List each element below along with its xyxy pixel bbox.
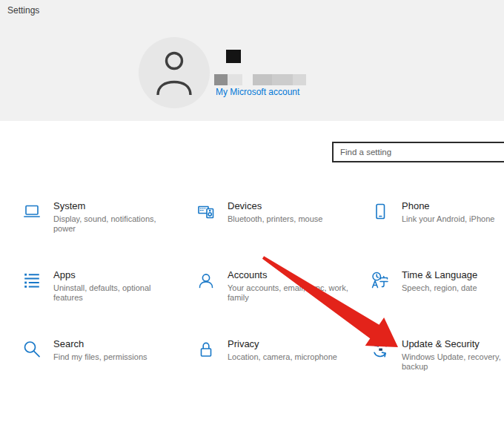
tile-subtitle: Link your Android, iPhone <box>402 214 504 224</box>
tile-title: Accounts <box>228 269 348 280</box>
tile-title: Update & Security <box>402 338 504 349</box>
devices-icon <box>196 202 216 221</box>
accounts-icon <box>196 271 216 290</box>
redacted-email-block <box>272 74 293 85</box>
tile-devices[interactable]: Devices Bluetooth, printers, mouse <box>196 200 371 269</box>
tile-subtitle: Bluetooth, printers, mouse <box>228 214 348 224</box>
apps-icon <box>22 271 42 290</box>
tile-title: Phone <box>402 200 504 211</box>
search-input[interactable] <box>332 142 504 162</box>
redacted-account-name <box>226 50 241 63</box>
page-title: Settings <box>7 5 39 16</box>
tile-subtitle: Windows Update, recovery, backup <box>402 352 504 372</box>
redacted-email-block <box>228 74 242 85</box>
tile-title: Time & Language <box>402 269 504 280</box>
tile-search[interactable]: Search Find my files, permissions <box>22 338 196 407</box>
tile-privacy[interactable]: Privacy Location, camera, microphone <box>196 338 371 407</box>
tile-subtitle: Display, sound, notifications, power <box>53 214 174 234</box>
settings-category-grid: System Display, sound, notifications, po… <box>22 200 504 407</box>
tile-title: System <box>53 200 174 211</box>
privacy-lock-icon <box>196 340 216 359</box>
redacted-email-block <box>214 74 228 85</box>
tile-title: Apps <box>53 269 174 280</box>
search-icon <box>22 340 42 359</box>
microsoft-account-link[interactable]: My Microsoft account <box>216 87 299 97</box>
tile-title: Devices <box>228 200 348 211</box>
tile-subtitle: Speech, region, date <box>402 283 504 293</box>
tile-subtitle: Find my files, permissions <box>53 352 174 362</box>
tile-update-security[interactable]: Update & Security Windows Update, recove… <box>371 338 504 407</box>
tile-subtitle: Uninstall, defaults, optional features <box>53 283 174 303</box>
tile-phone[interactable]: Phone Link your Android, iPhone <box>371 200 504 269</box>
user-avatar <box>139 37 210 108</box>
system-laptop-icon <box>22 202 42 221</box>
tile-title: Privacy <box>228 338 348 349</box>
redacted-email-block <box>293 74 306 85</box>
tile-subtitle: Your accounts, email, sync, work, family <box>228 283 348 303</box>
person-icon <box>153 50 195 95</box>
phone-icon <box>371 202 390 221</box>
time-language-icon <box>371 271 390 290</box>
tile-title: Search <box>53 338 174 349</box>
tile-system[interactable]: System Display, sound, notifications, po… <box>22 200 196 269</box>
tile-subtitle: Location, camera, microphone <box>228 352 348 362</box>
header-band <box>0 0 504 121</box>
redacted-email-block <box>253 74 272 85</box>
tile-accounts[interactable]: Accounts Your accounts, email, sync, wor… <box>196 269 371 338</box>
tile-apps[interactable]: Apps Uninstall, defaults, optional featu… <box>22 269 196 338</box>
tile-time-language[interactable]: Time & Language Speech, region, date <box>371 269 504 338</box>
update-security-sync-icon <box>371 340 390 359</box>
